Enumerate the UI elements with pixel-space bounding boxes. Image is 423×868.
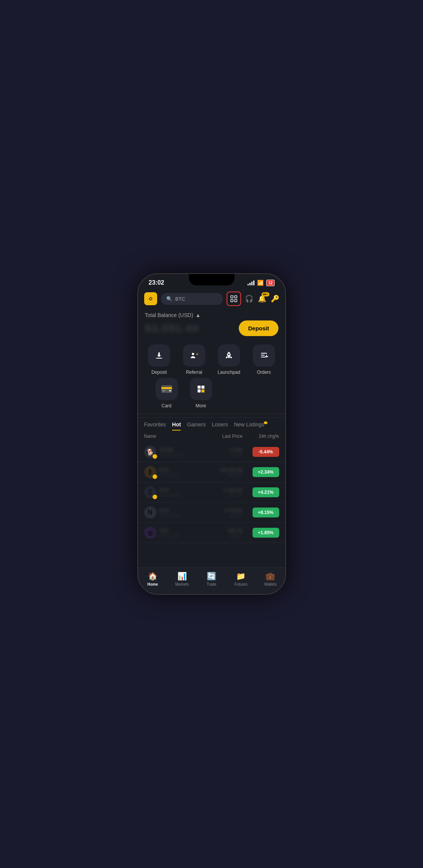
card-icon bbox=[156, 378, 178, 400]
coin-text: ETH ETH/USDT bbox=[159, 487, 180, 498]
coin-info: 🐕 DOGE DOGE/USDT bbox=[144, 446, 199, 458]
headset-icon[interactable]: 🎧 bbox=[245, 295, 253, 303]
status-icons: 📶 12 bbox=[248, 280, 274, 286]
actions-row-1: Deposit + Referral bbox=[142, 343, 281, 376]
svg-rect-25 bbox=[203, 389, 204, 391]
tab-losers[interactable]: Losers bbox=[212, 421, 228, 431]
scan-button[interactable] bbox=[227, 291, 241, 306]
referral-icon: + bbox=[183, 344, 205, 367]
coin-sub: SOL/USDT bbox=[159, 533, 180, 538]
table-row[interactable]: ₿ BTC BTC/USDT 98,562.89 $98,562 +2.34% bbox=[138, 462, 285, 482]
deposit-button[interactable]: Deposit bbox=[239, 320, 278, 336]
svg-rect-18 bbox=[161, 387, 172, 389]
market-section: Favorites Hot Gainers Losers New Listing… bbox=[138, 417, 285, 567]
coin-sub: DOGE/USDT bbox=[159, 453, 184, 457]
referral-label: Referral bbox=[186, 370, 202, 375]
svg-rect-7 bbox=[235, 299, 237, 302]
coin-symbol: DOGE bbox=[159, 447, 184, 453]
status-time: 23:02 bbox=[149, 279, 164, 286]
svg-text:+: + bbox=[196, 352, 198, 356]
svg-rect-20 bbox=[169, 390, 171, 391]
svg-point-11 bbox=[228, 354, 230, 355]
nav-trade-label: Trade bbox=[207, 582, 217, 586]
coin-symbol: NOT bbox=[159, 508, 181, 513]
action-orders[interactable]: Orders bbox=[251, 344, 277, 375]
bottom-nav: 🏠 Home 📊 Markets 🔄 Trade 📁 Futures 💼 Wal… bbox=[138, 567, 285, 594]
svg-rect-26 bbox=[201, 391, 203, 392]
svg-rect-12 bbox=[261, 353, 267, 354]
action-card[interactable]: Card bbox=[153, 378, 180, 408]
svg-rect-27 bbox=[203, 391, 204, 392]
table-row[interactable]: ◎ SOL SOL/USDT 186.36 $186.3 +1.85% bbox=[138, 523, 285, 543]
action-referral[interactable]: + Referral bbox=[181, 344, 207, 375]
nav-home-label: Home bbox=[147, 582, 158, 586]
search-bar[interactable]: 🔍 BTC bbox=[161, 293, 223, 305]
nav-home[interactable]: 🏠 Home bbox=[138, 572, 167, 586]
coin-icon: 🐕 bbox=[144, 446, 156, 458]
coin-symbol: SOL bbox=[159, 528, 180, 533]
phone-frame: 23:02 📶 12 bbox=[137, 273, 286, 595]
actions-row-2: Card More bbox=[142, 376, 281, 410]
tab-gainers[interactable]: Gainers bbox=[187, 421, 206, 431]
svg-point-9 bbox=[192, 353, 194, 355]
futures-icon: 📁 bbox=[236, 572, 246, 581]
coin-icon: Ξ bbox=[144, 486, 156, 498]
nav-trade[interactable]: 🔄 Trade bbox=[197, 572, 226, 586]
svg-rect-16 bbox=[265, 356, 268, 357]
tab-favorites[interactable]: Favorites bbox=[144, 421, 166, 431]
wallets-icon: 💼 bbox=[265, 572, 275, 581]
tab-hot[interactable]: Hot bbox=[172, 421, 181, 431]
nav-wallets[interactable]: 💼 Wallets bbox=[256, 572, 285, 586]
coin-symbol: ETH bbox=[159, 487, 180, 493]
coin-price: 0.07944 $0.079 bbox=[199, 508, 243, 518]
nav-futures[interactable]: 📁 Futures bbox=[226, 572, 256, 586]
notch bbox=[189, 274, 235, 285]
phone-screen: 23:02 📶 12 bbox=[138, 274, 285, 594]
coin-price: 3,395.56 $3,395 bbox=[199, 487, 243, 498]
coin-info: Ξ ETH ETH/USDT bbox=[144, 486, 199, 498]
orders-label: Orders bbox=[257, 370, 271, 375]
action-launchpad[interactable]: Launchpad bbox=[216, 344, 242, 375]
section-divider bbox=[138, 414, 285, 414]
svg-rect-22 bbox=[201, 386, 204, 389]
tab-new-listings[interactable]: New Listings bbox=[234, 421, 264, 431]
launchpad-label: Launchpad bbox=[218, 370, 240, 375]
svg-rect-6 bbox=[231, 299, 233, 302]
table-row[interactable]: Ξ ETH ETH/USDT 3,395.56 $3,395 +4.21% bbox=[138, 482, 285, 503]
home-icon: 🏠 bbox=[148, 572, 158, 581]
nav-markets[interactable]: 📊 Markets bbox=[167, 572, 197, 586]
table-row[interactable]: N NOT NOT/USDT 0.07944 $0.079 +8.15% bbox=[138, 503, 285, 523]
action-more[interactable]: More bbox=[188, 378, 214, 408]
coin-sub: ETH/USDT bbox=[159, 493, 180, 498]
coin-price: 98,562.89 $98,562 bbox=[199, 467, 243, 477]
profile-icon[interactable]: 🔑 bbox=[271, 295, 279, 303]
search-input-value: BTC bbox=[175, 296, 185, 302]
signal-bars-icon bbox=[248, 280, 254, 285]
coin-text: NOT NOT/USDT bbox=[159, 508, 181, 518]
coin-info: N NOT NOT/USDT bbox=[144, 506, 199, 519]
col-price-header: Last Price bbox=[199, 434, 243, 439]
notification-badge: 99+ bbox=[262, 292, 269, 296]
nav-wallets-label: Wallets bbox=[264, 582, 277, 586]
coin-change: +2.34% bbox=[243, 467, 279, 477]
col-change-header: 24h chg% bbox=[243, 434, 279, 439]
battery-badge: 12 bbox=[266, 280, 274, 286]
table-row[interactable]: 🐕 DOGE DOGE/USDT 0.382 $0.382 -5.44% bbox=[138, 442, 285, 462]
balance-row: $3,591.44 Deposit bbox=[145, 320, 278, 336]
market-table: Name Last Price 24h chg% 🐕 DOGE DOGE/USD… bbox=[138, 431, 285, 567]
trade-icon: 🔄 bbox=[207, 572, 216, 581]
action-deposit[interactable]: Deposit bbox=[146, 344, 172, 375]
coin-text: DOGE DOGE/USDT bbox=[159, 447, 184, 457]
coin-sub: NOT/USDT bbox=[159, 513, 181, 518]
header: 🔍 BTC 🎧 🔔 99+ 🔑 bbox=[138, 289, 285, 308]
svg-rect-8 bbox=[156, 358, 162, 359]
col-name-header: Name bbox=[144, 434, 199, 439]
market-tabs: Favorites Hot Gainers Losers New Listing… bbox=[138, 418, 285, 431]
coin-change: +4.21% bbox=[243, 487, 279, 497]
notification-icon[interactable]: 🔔 99+ bbox=[258, 295, 266, 303]
balance-toggle-icon[interactable]: ▲ bbox=[195, 312, 201, 318]
coin-text: SOL SOL/USDT bbox=[159, 528, 180, 538]
balance-amount: $3,591.44 bbox=[145, 322, 199, 335]
header-icons: 🎧 🔔 99+ 🔑 bbox=[245, 295, 279, 303]
binance-logo-icon[interactable] bbox=[144, 292, 157, 305]
